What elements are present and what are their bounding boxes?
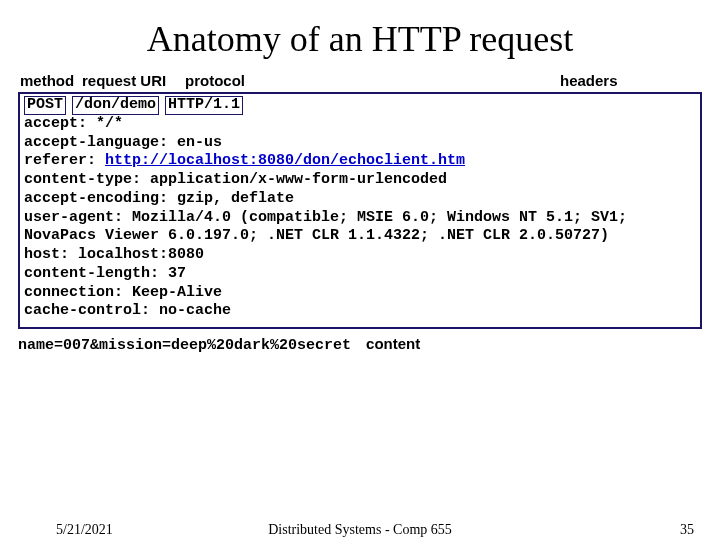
request-line: POST/don/demoHTTP/1.1 [24,96,696,115]
header-user-agent: user-agent: Mozilla/4.0 (compatible; MSI… [24,209,696,247]
uri-box: /don/demo [72,96,159,115]
header-host: host: localhost:8080 [24,246,696,265]
protocol-box: HTTP/1.1 [165,96,243,115]
footer-page-number: 35 [680,522,694,538]
label-method: method [20,72,74,89]
footer-course: Distributed Systems - Comp 655 [0,522,720,538]
headers-box: POST/don/demoHTTP/1.1 accept: */* accept… [18,92,702,329]
label-uri: request URI [82,72,166,89]
slide-title: Anatomy of an HTTP request [0,18,720,60]
header-content-length: content-length: 37 [24,265,696,284]
header-referer-url[interactable]: http://localhost:8080/don/echoclient.htm [105,152,465,169]
header-accept-language: accept-language: en-us [24,134,696,153]
request-body: name=007&mission=deep%20dark%20secret [18,337,351,354]
label-protocol: protocol [185,72,245,89]
label-content: content [366,335,420,352]
header-accept-encoding: accept-encoding: gzip, deflate [24,190,696,209]
header-accept: accept: */* [24,115,696,134]
header-connection: connection: Keep-Alive [24,284,696,303]
method-box: POST [24,96,66,115]
annotation-labels: method request URI protocol headers [20,72,720,92]
header-content-type: content-type: application/x-www-form-url… [24,171,696,190]
label-headers: headers [560,72,618,89]
body-row: name=007&mission=deep%20dark%20secret co… [18,335,702,354]
header-referer: referer: http://localhost:8080/don/echoc… [24,152,696,171]
header-referer-key: referer: [24,152,105,169]
header-cache-control: cache-control: no-cache [24,302,696,321]
